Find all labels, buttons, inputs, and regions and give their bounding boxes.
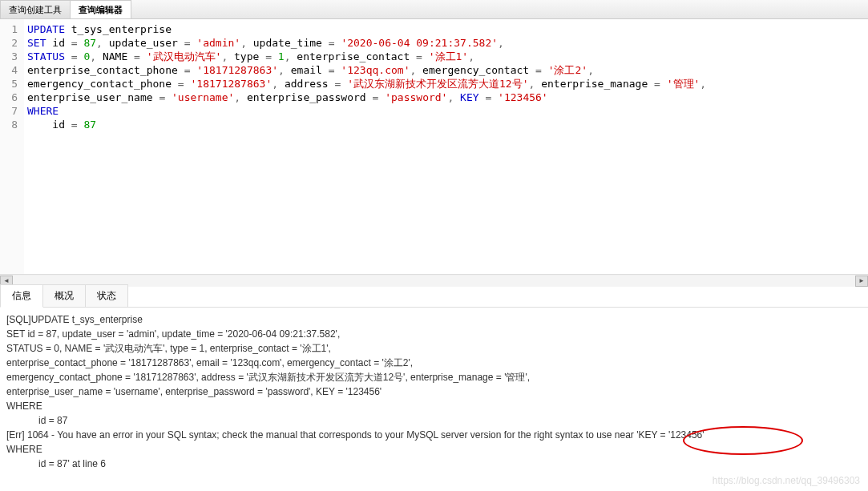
- output-line: enterprise_user_name = 'username', enter…: [6, 384, 862, 399]
- watermark: https://blog.csdn.net/qq_39496303: [713, 475, 860, 486]
- code-line[interactable]: STATUS = 0, NAME = '武汉电动汽车', type = 1, e…: [24, 50, 868, 63]
- tab-info[interactable]: 信息: [0, 284, 43, 308]
- output-line: id = 87' at line 6: [6, 457, 862, 471]
- output-line: SET id = 87, update_user = 'admin', upda…: [6, 327, 862, 341]
- line-number: 7: [0, 104, 24, 118]
- tab-status[interactable]: 状态: [85, 284, 128, 307]
- line-gutter: 12345678: [0, 19, 24, 274]
- line-number: 2: [0, 36, 24, 50]
- horizontal-scrollbar[interactable]: ◄ ►: [0, 274, 868, 287]
- line-number: 5: [0, 77, 24, 91]
- line-number: 1: [0, 22, 24, 36]
- sql-editor[interactable]: 12345678 UPDATE t_sys_enterpriseSET id =…: [0, 19, 868, 274]
- output-line: [SQL]UPDATE t_sys_enterprise: [6, 312, 862, 327]
- line-number: 4: [0, 63, 24, 77]
- code-line[interactable]: id = 87: [24, 118, 868, 131]
- output-line: WHERE: [6, 442, 862, 457]
- scroll-right-icon[interactable]: ►: [855, 276, 868, 287]
- line-number: 8: [0, 118, 24, 131]
- output-panel: [SQL]UPDATE t_sys_enterpriseSET id = 87,…: [0, 308, 868, 476]
- code-line[interactable]: enterprise_user_name = 'username', enter…: [24, 91, 868, 104]
- top-tabs: 查询创建工具 查询编辑器: [0, 0, 868, 19]
- output-tabs: 信息 概况 状态: [0, 287, 868, 308]
- output-line: id = 87: [6, 413, 862, 428]
- code-line[interactable]: SET id = 87, update_user = 'admin', upda…: [24, 36, 868, 50]
- code-area[interactable]: UPDATE t_sys_enterpriseSET id = 87, upda…: [24, 19, 868, 274]
- line-number: 3: [0, 50, 24, 63]
- tab-query-builder[interactable]: 查询创建工具: [0, 0, 71, 18]
- output-line: STATUS = 0, NAME = '武汉电动汽车', type = 1, e…: [6, 341, 862, 356]
- code-line[interactable]: enterprise_contact_phone = '18171287863'…: [24, 63, 868, 77]
- output-line: emergency_contact_phone = '18171287863',…: [6, 370, 862, 384]
- output-line: WHERE: [6, 399, 862, 413]
- output-line: [Err] 1064 - You have an error in your S…: [6, 428, 862, 442]
- tab-query-editor[interactable]: 查询编辑器: [71, 0, 131, 18]
- line-number: 6: [0, 91, 24, 104]
- scroll-track[interactable]: [13, 276, 855, 287]
- tab-profile[interactable]: 概况: [42, 284, 86, 307]
- code-line[interactable]: UPDATE t_sys_enterprise: [24, 22, 868, 36]
- output-line: enterprise_contact_phone = '18171287863'…: [6, 356, 862, 370]
- code-line[interactable]: emergency_contact_phone = '18171287863',…: [24, 77, 868, 91]
- code-line[interactable]: WHERE: [24, 104, 868, 118]
